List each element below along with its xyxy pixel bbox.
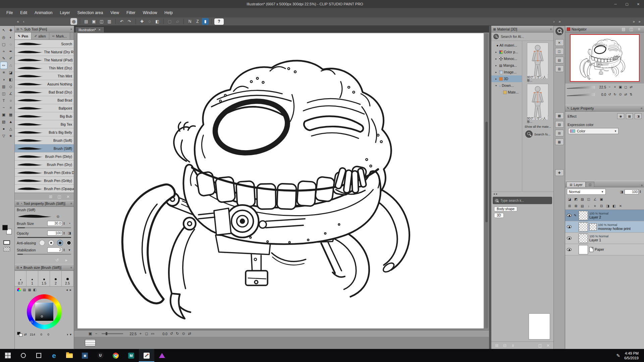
layer-visibility-toggle[interactable] [567,237,572,240]
pager-prev-icon[interactable]: ◂ [493,192,495,195]
show-detail-icon[interactable]: ▸ [63,257,70,263]
snap-ruler-icon[interactable]: N [186,18,193,25]
panel-menu-icon[interactable]: ≡ [70,266,72,269]
delete-layer-icon[interactable]: ✕ [618,203,623,209]
zoom-100-icon[interactable]: ◻ [144,331,149,337]
pager-next-icon[interactable]: ▸ [496,192,497,195]
menu-animation[interactable]: Animation [31,8,56,17]
field-slider[interactable] [17,227,71,228]
swap-colors-icon[interactable]: ⇄ [24,333,27,336]
figure-tool[interactable]: ◇ [7,83,14,90]
color-options-icon[interactable]: ▾ [70,333,71,336]
canvas-viewport[interactable] [74,33,489,330]
flip-horizontal-icon[interactable]: ⇄ [623,92,628,97]
taskbar-app-chrome[interactable] [108,349,123,362]
search-assets-link[interactable]: Search fo... [524,130,552,138]
create-mask-icon[interactable]: ◨ [605,203,610,209]
field-stepper[interactable]: ▲▼ [63,222,66,225]
main-color-swatches[interactable] [2,225,12,235]
blend-tool[interactable]: ◑ [0,76,7,83]
apply-mask-icon[interactable]: ◧ [611,203,617,209]
zoom-slider[interactable] [102,333,123,334]
taskbar-app-photos[interactable]: ▣ [77,349,93,362]
decoration-tool[interactable]: ✳ [0,69,7,76]
tag-chip[interactable]: 3D [494,213,504,218]
subtool-tab-mark[interactable]: ✏Mark... [49,33,70,40]
tree-expand-arrow[interactable]: ▸ [495,71,498,74]
lock-layer-icon[interactable]: ◩ [573,197,579,202]
ruler-tool[interactable]: ∠ [7,90,14,97]
tag-search-input[interactable]: Type search k... [493,197,552,204]
transfer-down-icon[interactable]: ↓ [586,203,591,209]
save-icon[interactable]: ◫ [98,18,105,25]
flip-vertical-icon[interactable]: ⇅ [629,92,634,97]
thumb-large-icon[interactable]: ⊟ [501,342,508,349]
color-wheel-tab-icon[interactable] [17,288,21,292]
wand-tool[interactable]: ≈ [0,48,7,55]
brush-item[interactable]: Scorch [15,40,74,48]
brush-size-preset[interactable]: 1 [26,271,38,286]
color-mixer-icon[interactable]: ◑ [66,333,68,336]
tool-30[interactable]: △ [7,125,14,132]
menu-file[interactable]: File [3,8,16,17]
subtool-tab-allen[interactable]: ✐allen [32,33,49,40]
rotation-slider[interactable] [567,93,595,96]
register-material-icon[interactable]: ✚ [555,169,564,176]
new-window-icon[interactable]: ◫ [555,48,564,55]
panel-menu-icon[interactable]: ≡ [550,27,552,31]
snap-grid-icon[interactable]: ▮ [202,18,209,25]
keyboard-shortcut-icon[interactable] [85,339,96,346]
import-material-icon[interactable]: ▤ [555,57,564,63]
expression-color-dropdown[interactable]: Color ▼ [568,128,619,134]
brush-size-preset[interactable]: 2.5 [62,271,73,286]
tree-expand-arrow[interactable]: ▸ [495,77,498,80]
pencil-tool[interactable]: ✐ [7,55,14,62]
brush-item[interactable]: Thin Mint (Dry) [15,64,74,72]
field-slider[interactable] [17,237,71,238]
material-search-row[interactable]: Search for Al... [491,33,553,41]
rotate-right-icon[interactable]: ↻ [612,92,618,97]
foreground-color-swatch[interactable] [2,225,8,230]
brush-item[interactable]: Big Bub [15,112,74,120]
layer-thumbnail[interactable] [579,222,588,232]
lasso-tool[interactable]: ◌ [7,41,14,48]
mini-color-swatches[interactable] [17,332,22,337]
fit-icon[interactable]: ▣ [618,84,623,90]
layer-opacity-value[interactable]: 100 [625,189,639,194]
layer-thumbnail[interactable] [579,211,588,220]
export-icon[interactable]: ▥ [106,18,113,25]
field-option-icon[interactable]: ◨ [67,231,72,235]
add-subtool-icon[interactable]: ⊞ [47,193,54,200]
field-option-icon[interactable]: ▾ [67,248,72,252]
saturation-value-square[interactable] [35,303,53,321]
snap-special-ruler-icon[interactable]: Z [194,18,201,25]
transparency-checker-chip[interactable] [3,247,10,251]
close-document-icon[interactable]: ✕ [98,28,101,32]
task-view-button[interactable] [31,349,46,362]
anti-aliasing-option-0[interactable] [39,240,45,246]
rotate-left-icon[interactable]: ↺ [607,92,612,97]
tool-26[interactable]: ▦ [7,111,14,118]
flip-horizontal-icon[interactable]: ⇄ [187,331,192,337]
border-effect-icon[interactable]: ◉ [617,113,624,119]
brush-item[interactable]: Brush Pen (Gritty) [15,177,74,185]
menu-selection-area[interactable]: Selection area [73,8,107,17]
open-file-icon[interactable]: ▣ [91,18,97,25]
rotate-right-icon[interactable]: ↻ [175,331,180,337]
menu-edit[interactable]: Edit [16,8,31,17]
layer-visibility-toggle[interactable] [567,225,572,228]
document-tab[interactable]: Illustration* ✕ [75,26,104,33]
zoom-slider[interactable] [567,86,595,89]
reset-rotation-icon[interactable]: ⊙ [181,331,186,337]
duplicate-subtool-icon[interactable]: ◫ [56,193,63,200]
operation-tool[interactable]: ↖ [0,27,7,34]
close-button[interactable]: ✕ [633,0,644,8]
flip-icon[interactable]: ⇄ [629,84,634,90]
fill-tool[interactable]: ◧ [7,76,14,83]
zoom-out-icon[interactable]: − [94,331,99,337]
eraser-tool[interactable]: ◪ [7,69,14,76]
brush-item[interactable]: Aasumi Nothing [15,80,74,88]
opacity-stepper[interactable]: ▲▼ [639,190,642,193]
brush-item[interactable]: Brush Pen (Opaque) [15,185,74,193]
fill-icon[interactable]: ◧ [154,18,161,25]
